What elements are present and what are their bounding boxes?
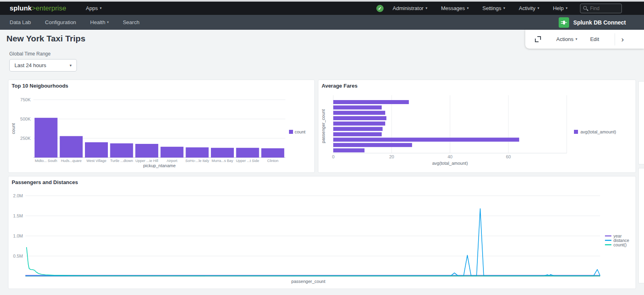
bar[interactable] (60, 136, 83, 158)
caret-down-icon: ▾ (576, 37, 578, 41)
time-range-dropdown[interactable]: Last 24 hours ▾ (9, 59, 77, 72)
chart-text: Turtle ...dtown (110, 159, 133, 163)
legend-label: avg(total_amount) (580, 129, 616, 134)
top10-neighbourhoods-bar-chart: 250K500K750KMidto... SouthHuds...quareWe… (8, 80, 315, 173)
chart-text: 1.5M (13, 213, 23, 218)
apps-menu[interactable]: Apps▾ (79, 2, 108, 15)
bar[interactable] (161, 147, 184, 158)
time-range-value: Last 24 hours (14, 62, 46, 68)
series-line-distance[interactable] (25, 209, 600, 276)
page-title: New York Taxi Trips (6, 34, 85, 43)
bar[interactable] (333, 116, 386, 120)
appnav-health[interactable]: Health▾ (90, 19, 109, 25)
edit-button[interactable]: Edit (590, 36, 599, 42)
logo-product: enterprise (36, 4, 66, 12)
menu-label: Administrator (393, 5, 424, 11)
bar[interactable] (333, 121, 385, 125)
appnav-configuration[interactable]: Configuration (45, 19, 76, 25)
chart-text: 20 (389, 154, 394, 159)
bar[interactable] (135, 144, 158, 158)
actions-label: Actions (556, 36, 574, 42)
panel-title: Passengers and Distances (12, 179, 78, 185)
bar[interactable] (85, 142, 108, 158)
chart-text: Clinton (267, 159, 279, 163)
health-status-icon[interactable]: ✓ (376, 5, 384, 12)
search-icon (583, 6, 587, 10)
db-connect-plug-icon (559, 17, 569, 28)
legend-label: count() (613, 242, 627, 247)
menu-activity[interactable]: Activity▾ (512, 2, 546, 15)
app-navigation-bar: Data Lab Configuration Health▾ Search Sp… (0, 15, 644, 30)
chart-text: 0.5M (13, 254, 23, 258)
bar[interactable] (186, 148, 208, 158)
topnav-right-cluster: ✓ Administrator▾ Messages▾ Settings▾ Act… (376, 2, 622, 15)
menu-label: Messages (441, 5, 465, 11)
caret-down-icon: ▾ (100, 6, 102, 10)
bar[interactable] (236, 148, 259, 158)
app-title[interactable]: Splunk DB Connect (573, 19, 626, 26)
chart-text: Huds...quare (61, 159, 82, 163)
bar[interactable] (333, 127, 383, 131)
appnav-label: Health (90, 19, 105, 25)
splunk-enterprise-logo[interactable]: splunk>enterprise (10, 4, 66, 12)
bar[interactable] (110, 143, 133, 158)
bar[interactable] (211, 148, 234, 158)
legend-label: count (295, 129, 305, 134)
bar[interactable] (333, 132, 382, 136)
appnav-search[interactable]: Search (123, 19, 139, 25)
legend-swatch[interactable] (574, 130, 578, 134)
bar[interactable] (333, 137, 519, 141)
toolbar-divider (615, 33, 615, 45)
bar[interactable] (35, 118, 58, 158)
chart-text: 2.0M (13, 193, 23, 198)
caret-down-icon: ▾ (503, 6, 505, 10)
average-fares-bar-chart: 0204060avg(total_amount)passenger_counta… (318, 80, 636, 173)
chart-text: West Village (87, 159, 107, 163)
chart-text: avg(total_amount) (432, 161, 468, 166)
chart-text: pickup_ntaname (143, 163, 176, 168)
chart-text: Midto... South (35, 159, 58, 163)
cutoff-panel-bottom (638, 168, 644, 283)
chart-text: 0 (332, 154, 334, 159)
appnav-data-lab[interactable]: Data Lab (10, 19, 31, 25)
chart-text: 1.0M (13, 234, 23, 238)
legend-swatch[interactable] (289, 130, 293, 134)
menu-help[interactable]: Help▾ (546, 2, 574, 15)
expand-icon[interactable] (535, 36, 541, 42)
menu-label: Activity (519, 5, 535, 11)
caret-down-icon: ▾ (537, 6, 539, 10)
actions-button[interactable]: Actions▾ (556, 36, 577, 42)
logo-gt: > (32, 4, 36, 12)
chart-text: Airport (167, 159, 178, 163)
chart-text: count (11, 123, 16, 134)
time-range-label: Global Time Range (9, 51, 51, 57)
menu-label: Settings (483, 5, 502, 11)
chart-text: 60 (506, 154, 511, 159)
appnav-label: Configuration (45, 19, 76, 25)
bar[interactable] (333, 105, 382, 109)
bar[interactable] (333, 143, 412, 147)
bar[interactable] (261, 148, 284, 158)
series-line-count()[interactable] (27, 247, 600, 276)
dashboard-toolbar: Actions▾ Edit › (525, 30, 644, 49)
menu-administrator[interactable]: Administrator▾ (386, 2, 434, 15)
app-identity: Splunk DB Connect (559, 17, 626, 28)
chevron-right-icon[interactable]: › (621, 35, 624, 43)
menu-settings[interactable]: Settings▾ (476, 2, 512, 15)
bar[interactable] (333, 100, 409, 104)
chart-text: 750K (20, 97, 31, 102)
chart-text: passenger_count (321, 109, 326, 143)
caret-down-icon: ▾ (566, 6, 568, 10)
panel-title: Top 10 Neigbourhoods (12, 83, 68, 89)
appnav-label: Search (123, 19, 139, 25)
chart-text: 250K (20, 136, 31, 141)
apps-menu-label: Apps (86, 5, 98, 11)
bar[interactable] (333, 111, 385, 115)
appnav-label: Data Lab (10, 19, 31, 25)
menu-messages[interactable]: Messages▾ (434, 2, 476, 15)
panel-title: Average Fares (322, 83, 357, 89)
chart-text: Murra...s Bay (212, 159, 233, 163)
chart-text: 40 (448, 154, 452, 159)
edit-label: Edit (590, 36, 599, 42)
bar[interactable] (333, 148, 365, 152)
